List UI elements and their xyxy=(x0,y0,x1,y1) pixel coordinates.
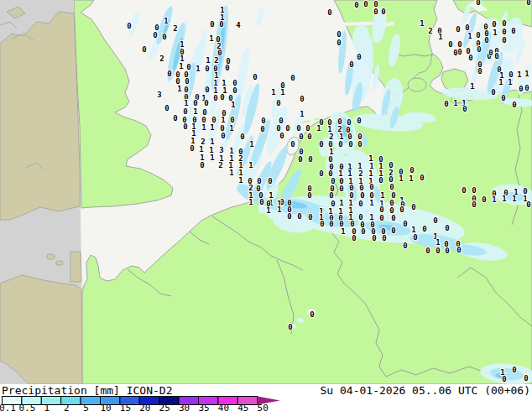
precipitation-map: 0120000210110000001030001011004102012010… xyxy=(0,0,532,384)
station-value: 0 xyxy=(164,104,169,112)
station-value: 1 xyxy=(164,17,168,25)
station-value: 0 xyxy=(524,84,529,92)
station-value: 0 xyxy=(373,8,378,16)
station-value: 0 xyxy=(219,20,223,29)
channel-island-1 xyxy=(47,254,55,259)
station-value: 1 xyxy=(277,206,281,214)
station-value: 0 xyxy=(183,122,187,131)
colorbar-tick: 45 xyxy=(237,403,248,411)
station-value: 0 xyxy=(279,132,284,140)
station-value: 0 xyxy=(200,161,204,169)
station-value: 1 xyxy=(248,161,253,169)
station-value: 0 xyxy=(220,93,224,101)
station-value: 0 xyxy=(276,99,280,107)
legend: Precipitation [mm] ICON-D2 Su 04-01-2026… xyxy=(0,384,532,411)
station-value: 1 xyxy=(380,191,384,200)
station-value: 0 xyxy=(399,206,404,214)
out-land-cotentin xyxy=(70,252,81,282)
station-value: 1 xyxy=(399,174,403,183)
station-value: 1 xyxy=(229,124,233,133)
station-value: 0 xyxy=(433,216,437,225)
station-value: 0 xyxy=(319,169,323,178)
station-value: 0 xyxy=(127,22,131,30)
colorbar-tick: 0.1 xyxy=(0,403,16,411)
station-value: 0 xyxy=(526,0,530,7)
colorbar-tick: 30 xyxy=(179,403,190,411)
station-value: 1 xyxy=(201,123,206,132)
station-value: 0 xyxy=(308,213,312,221)
station-value: 0 xyxy=(502,375,506,383)
station-value: 1 xyxy=(493,29,497,37)
station-value: 0 xyxy=(524,374,528,382)
station-value: 1 xyxy=(210,138,214,146)
station-value: 1 xyxy=(280,88,284,96)
station-value: 0 xyxy=(379,214,383,222)
station-value: 0 xyxy=(190,144,194,153)
station-value: 0 xyxy=(462,186,466,195)
station-value: 1 xyxy=(179,62,183,70)
colorbar-tick: 40 xyxy=(218,403,229,411)
station-value: 1 xyxy=(420,19,424,28)
station-value: 0 xyxy=(240,133,244,141)
station-value: 0 xyxy=(299,133,303,141)
station-value: 1 xyxy=(238,176,243,185)
station-value: 2 xyxy=(214,56,218,65)
station-value: 0 xyxy=(445,247,449,255)
station-value: 1 xyxy=(196,65,200,73)
station-value: 0 xyxy=(338,140,342,148)
weather-map-screenshot: 0120000210110000001030001011004102012010… xyxy=(0,0,532,411)
station-value: 0 xyxy=(193,99,197,107)
station-value: 0 xyxy=(305,124,310,133)
station-value: 0 xyxy=(358,200,362,208)
station-value: 1 xyxy=(470,82,474,91)
station-value: 1 xyxy=(209,34,213,43)
station-value: 0 xyxy=(448,40,452,49)
station-value: 0 xyxy=(260,125,264,133)
station-value: 2 xyxy=(218,161,222,169)
station-value: 1 xyxy=(206,56,210,65)
station-value: 0 xyxy=(444,100,448,108)
station-value: 0 xyxy=(445,224,449,232)
station-value: 0 xyxy=(285,124,289,133)
station-value: 2 xyxy=(173,24,177,33)
station-value: 1 xyxy=(492,195,496,204)
station-value: 0 xyxy=(477,67,482,75)
station-value: 0 xyxy=(378,176,383,185)
station-value: 0 xyxy=(526,200,530,209)
station-value: 0 xyxy=(391,214,395,222)
station-value: 0 xyxy=(389,183,394,191)
station-value: 0 xyxy=(509,70,513,79)
station-value: 0 xyxy=(457,48,462,56)
station-value: 0 xyxy=(369,183,373,191)
station-value: 0 xyxy=(488,49,493,57)
station-value: 0 xyxy=(230,116,234,124)
station-value: 0 xyxy=(462,105,467,113)
station-value: 1 xyxy=(184,99,188,107)
station-value: 0 xyxy=(349,60,353,69)
station-value: 0 xyxy=(310,310,314,319)
station-value: 1 xyxy=(249,140,253,148)
station-value: 0 xyxy=(465,23,469,32)
station-value: 0 xyxy=(456,246,461,254)
station-value: 0 xyxy=(453,49,457,57)
station-value: 0 xyxy=(476,31,480,39)
colorbar-tick: 35 xyxy=(198,403,209,411)
station-value: 1 xyxy=(502,195,506,203)
station-value: 0 xyxy=(204,99,208,107)
station-value: 0 xyxy=(476,0,480,7)
station-value: 0 xyxy=(468,54,472,62)
station-value: 0 xyxy=(298,155,302,164)
station-value: 1 xyxy=(341,227,345,236)
station-value: 0 xyxy=(409,166,414,174)
station-value: 0 xyxy=(232,86,237,95)
colorbar-tick: 5 xyxy=(83,403,89,411)
station-value: 0 xyxy=(403,220,407,228)
station-value: 0 xyxy=(361,227,365,236)
station-value: 0 xyxy=(261,117,265,125)
colorbar-tick: 10 xyxy=(100,403,111,411)
station-value: 0 xyxy=(502,36,506,44)
station-value: 0 xyxy=(259,198,263,206)
station-value: 0 xyxy=(327,8,331,17)
out-land-brittany xyxy=(0,275,82,384)
station-value: 1 xyxy=(193,107,197,116)
